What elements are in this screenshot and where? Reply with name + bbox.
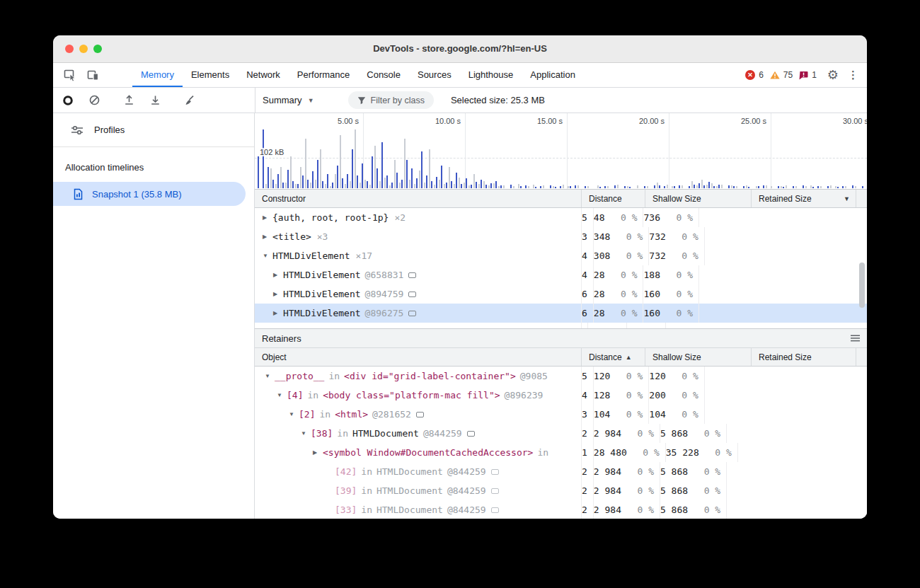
live-allocation-bar <box>287 170 289 188</box>
expander-collapsed-icon[interactable]: ▶ <box>273 310 283 316</box>
sidebar-item-snapshot-1[interactable]: Snapshot 1 (35.8 MB) <box>53 182 246 206</box>
retainer-row[interactable]: ▼[2]in<html>@28165231040 %1040 % <box>255 405 867 424</box>
expander-collapsed-icon[interactable]: ▶ <box>273 272 283 278</box>
constructor-row[interactable]: ▶<title>×333480 %7320 % <box>255 227 867 246</box>
error-badge[interactable]: ✕ 6 <box>745 70 764 80</box>
reveal-element-icon[interactable] <box>491 507 499 513</box>
reveal-element-icon[interactable] <box>408 292 416 297</box>
tab-sources[interactable]: Sources <box>409 63 460 87</box>
retainer-edge-name: [39] <box>335 485 357 496</box>
reveal-element-icon[interactable] <box>491 488 499 494</box>
device-toolbar-icon[interactable] <box>84 66 102 84</box>
column-header-shallow-size[interactable]: Shallow Size <box>645 190 752 207</box>
tab-lighthouse[interactable]: Lighthouse <box>460 63 522 87</box>
retained-size-cell: 1200 % <box>649 367 704 386</box>
expander-collapsed-icon[interactable]: ▶ <box>273 291 283 297</box>
reveal-element-icon[interactable] <box>408 272 416 278</box>
retainer-row[interactable]: ▼__proto__in<div id="grid-label-containe… <box>255 367 867 386</box>
retainer-in-keyword: in <box>328 371 340 381</box>
column-header-retained-size[interactable]: Retained Size▼ <box>752 190 856 207</box>
reveal-element-icon[interactable] <box>416 412 424 417</box>
column-header-distance[interactable]: Distance <box>582 190 645 207</box>
constructor-row[interactable]: ▶HTMLDivElement <box>255 323 867 328</box>
live-allocation-bar <box>461 184 462 188</box>
tab-console[interactable]: Console <box>358 63 409 87</box>
column-header-distance[interactable]: Distance▲ <box>582 348 645 366</box>
retainer-edge-name: [33] <box>335 505 357 515</box>
collect-garbage-icon[interactable] <box>180 91 198 110</box>
retainer-row[interactable]: ▶<symbol Window#DocumentCachedAccessor>i… <box>255 443 867 462</box>
warning-badge[interactable]: 75 <box>770 70 793 80</box>
constructor-row[interactable]: ▼HTMLDivElement×1743080 %7320 % <box>255 246 867 265</box>
more-options-icon[interactable]: ⋮ <box>848 69 858 81</box>
reveal-element-icon[interactable] <box>408 311 416 316</box>
tab-network[interactable]: Network <box>238 63 289 87</box>
reveal-element-icon[interactable] <box>491 469 499 475</box>
freed-allocation-bar <box>771 186 772 188</box>
shallow-size-cell-value: 2 984 <box>594 505 621 515</box>
shallow-size-cell-value: 28 <box>594 270 605 280</box>
constructor-row[interactable]: ▶HTMLDivElement@8962756280 %1600 % <box>255 304 867 323</box>
live-allocation-bar <box>381 142 383 188</box>
retainer-row[interactable]: [39]inHTMLDocument@84425922 9840 %5 8680… <box>255 481 867 500</box>
retainer-row[interactable]: ▼[38]inHTMLDocument@84425922 9840 %5 868… <box>255 424 867 443</box>
settings-gear-icon[interactable]: ⚙ <box>827 69 839 81</box>
distance-value: 2 <box>582 466 587 477</box>
retained-size-cell-percent: 0 % <box>699 447 732 458</box>
tab-application[interactable]: Application <box>522 63 584 87</box>
live-allocation-bar <box>263 129 264 188</box>
panel-tabs: MemoryElementsNetworkPerformanceConsoleS… <box>132 63 584 87</box>
live-allocation-bar <box>575 185 576 188</box>
expander-expanded-icon[interactable]: ▼ <box>301 430 311 437</box>
expander-collapsed-icon[interactable]: ▶ <box>313 449 323 456</box>
tab-performance[interactable]: Performance <box>289 63 358 87</box>
distance-cell: 6 <box>582 304 594 323</box>
expander-expanded-icon[interactable]: ▼ <box>265 373 275 379</box>
constructor-row[interactable]: ▶HTMLDivElement@6588314280 %1880 % <box>255 265 867 284</box>
retainer-row[interactable]: [33]inHTMLDocument@84425922 9840 %5 8680… <box>255 500 867 519</box>
expander-collapsed-icon[interactable]: ▶ <box>263 234 272 240</box>
load-profile-icon[interactable] <box>120 91 138 110</box>
expander-expanded-icon[interactable]: ▼ <box>289 411 299 417</box>
zoom-button[interactable] <box>93 45 102 53</box>
reveal-element-icon[interactable] <box>467 431 475 437</box>
retained-size-cell-value: 5 868 <box>660 485 688 496</box>
constructor-name: HTMLDivElement <box>283 270 361 280</box>
tab-elements[interactable]: Elements <box>183 63 238 87</box>
allocation-timeline-overview[interactable]: 102 kB 5.00 s10.00 s15.00 s20.00 s25.00 … <box>255 113 867 190</box>
live-allocation-bar <box>376 168 378 188</box>
expander-expanded-icon[interactable]: ▼ <box>277 392 287 398</box>
column-header-shallow-size[interactable]: Shallow Size <box>645 348 752 366</box>
retainers-menu-icon[interactable] <box>851 335 860 342</box>
issues-badge[interactable]: 1 <box>799 70 817 80</box>
clear-profiles-icon[interactable] <box>85 91 103 110</box>
tab-memory[interactable]: Memory <box>132 63 183 87</box>
constructor-row[interactable]: ▶HTMLDivElement@8947596280 %1600 % <box>255 284 867 304</box>
retainer-object-cell: [33]inHTMLDocument@844259 <box>255 500 582 519</box>
object-id: @9085 <box>520 371 548 381</box>
column-header-constructor[interactable]: Constructor <box>255 190 582 207</box>
save-profile-icon[interactable] <box>146 91 164 110</box>
constructor-row[interactable]: ▶{auth, root, root-1p}×25480 %7360 % <box>255 208 867 227</box>
profiles-header[interactable]: Profiles <box>53 113 254 147</box>
minimize-button[interactable] <box>79 45 88 53</box>
column-header-retained-size[interactable]: Retained Size <box>752 348 856 366</box>
traffic-lights <box>65 45 102 53</box>
shallow-size-cell: 2 9840 % <box>594 424 660 443</box>
distance-value: 4 <box>582 270 587 280</box>
close-button[interactable] <box>65 45 74 53</box>
freed-allocation-bar <box>379 181 381 188</box>
filter-by-class-input[interactable]: Filter by class <box>348 91 434 109</box>
expander-expanded-icon[interactable]: ▼ <box>263 253 272 259</box>
live-allocation-bar <box>862 186 863 188</box>
inspect-element-icon[interactable] <box>61 66 79 84</box>
retainer-row[interactable]: [42]inHTMLDocument@84425922 9840 %5 8680… <box>255 462 867 481</box>
perspective-select[interactable]: Summary ▼ <box>257 95 320 105</box>
retainer-row[interactable]: ▼[4]in<body class="platform-mac fill">@8… <box>255 386 867 405</box>
record-heap-icon[interactable] <box>59 91 77 110</box>
expander-collapsed-icon[interactable]: ▶ <box>263 214 272 221</box>
column-header-object[interactable]: Object <box>255 348 582 366</box>
vertical-scrollbar-thumb[interactable] <box>859 263 865 308</box>
retained-size-cell: 1600 % <box>643 304 698 323</box>
shallow-size-cell: 280 % <box>594 284 644 304</box>
